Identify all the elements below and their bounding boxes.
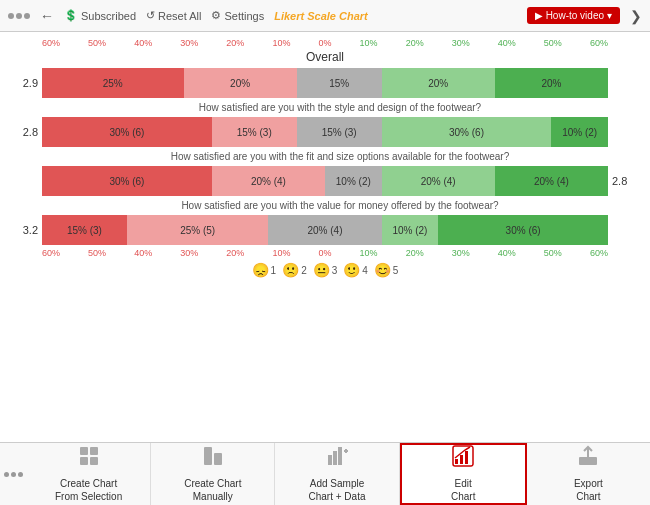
reset-item[interactable]: ↺ Reset All [146,9,201,22]
axis-top: 60% 50% 40% 30% 20% 10% 0% 10% 20% 30% 4… [12,38,638,48]
dot2 [16,13,22,19]
svg-rect-15 [579,457,597,465]
svg-rect-8 [338,447,342,465]
chart-overall-title: Overall [12,50,638,64]
legend-3-label: 3 [332,265,338,276]
svg-rect-12 [455,459,458,464]
footer-dot1 [4,472,9,477]
expand-button[interactable]: ❯ [630,8,642,24]
settings-item[interactable]: ⚙ Settings [211,9,264,22]
bar-r3-3: 10% (2) [325,166,382,196]
axis-10-right: 10% [360,38,378,48]
svg-rect-5 [214,453,222,465]
row3-bars: 30% (6) 20% (4) 10% (2) 20% (4) 20% (4) [42,166,608,196]
chart-area: 60% 50% 40% 30% 20% 10% 0% 10% 20% 30% 4… [0,32,650,442]
axis-bot-50-right: 50% [544,248,562,258]
bar-r2-1: 30% (6) [42,117,212,147]
axis-bot-30-right: 30% [452,248,470,258]
row3-label-right: 2.8 [608,175,638,187]
svg-rect-6 [328,455,332,465]
bar-r4-5: 30% (6) [438,215,608,245]
chart-title-header: Likert Scale Chart [274,10,368,22]
create-chart-from-selection-label: Create ChartFrom Selection [55,477,122,503]
axis-bot-0: 0% [318,248,331,258]
svg-rect-2 [80,457,88,465]
settings-label: Settings [224,10,264,22]
question-3: How satisfied are you with the fit and s… [42,150,638,163]
axis-30-left: 30% [180,38,198,48]
smiley-3-icon: 😐 [313,262,330,278]
bar-r4-1: 15% (3) [42,215,127,245]
legend-4: 🙂 4 [343,262,368,278]
create-chart-manually-button[interactable]: Create ChartManually [151,443,275,505]
bar-r3-1: 30% (6) [42,166,212,196]
axis-bot-30-left: 30% [180,248,198,258]
row4-bars: 15% (3) 25% (5) 20% (4) 10% (2) 30% (6) [42,215,608,245]
export-chart-button[interactable]: ExportChart [527,443,650,505]
axis-bot-20-left: 20% [226,248,244,258]
axis-bot-40-right: 40% [498,248,516,258]
legend-2-label: 2 [301,265,307,276]
chart-title-text: Likert Scale Chart [274,10,368,22]
chart-row-4: 3.2 15% (3) 25% (5) 20% (4) 10% (2) 30% … [12,215,638,245]
play-icon: ▶ [535,10,543,21]
how-to-label: How-to video [546,10,604,21]
row2-label-left: 2.8 [12,126,42,138]
subscribed-label: Subscribed [81,10,136,22]
svg-rect-1 [90,447,98,455]
axis-bot-10-left: 10% [272,248,290,258]
svg-rect-4 [204,447,212,465]
svg-rect-3 [90,457,98,465]
question-4: How satisfied are you with the value for… [42,199,638,212]
axis-bot-60-right: 60% [590,248,608,258]
svg-rect-0 [80,447,88,455]
create-chart-manually-label: Create ChartManually [184,477,241,503]
edit-chart-icon [452,445,474,473]
axis-60-right: 60% [590,38,608,48]
legend: 😞 1 🙁 2 😐 3 🙂 4 😊 5 [12,262,638,278]
bar-r1-3: 15% [297,68,382,98]
bar-r4-3: 20% (4) [268,215,381,245]
axis-bottom: 60% 50% 40% 30% 20% 10% 0% 10% 20% 30% 4… [12,248,638,258]
footer-dot2 [11,472,16,477]
reset-label: Reset All [158,10,201,22]
add-sample-chart-button[interactable]: Add SampleChart + Data [275,443,399,505]
bar-r4-2: 25% (5) [127,215,269,245]
back-button[interactable]: ← [40,8,54,24]
subscribed-item[interactable]: 💲 Subscribed [64,9,136,22]
axis-40-left: 40% [134,38,152,48]
axis-0: 0% [318,38,331,48]
bar-r2-4: 30% (6) [382,117,552,147]
how-to-button[interactable]: ▶ How-to video ▾ [527,7,620,24]
add-sample-chart-icon [326,445,348,473]
axis-30-right: 30% [452,38,470,48]
bar-r3-5: 20% (4) [495,166,608,196]
row1-bars: 25% 20% 15% 20% 20% [42,68,608,98]
row4-label-left: 3.2 [12,224,42,236]
edit-chart-button[interactable]: EditChart [400,443,527,505]
create-chart-from-selection-button[interactable]: Create ChartFrom Selection [27,443,151,505]
header: ← 💲 Subscribed ↺ Reset All ⚙ Settings Li… [0,0,650,32]
axis-bot-50-left: 50% [88,248,106,258]
dot3 [24,13,30,19]
create-chart-manually-icon [202,445,224,473]
header-dots [8,13,30,19]
axis-60-left: 60% [42,38,60,48]
axis-50-right: 50% [544,38,562,48]
axis-20-left: 20% [226,38,244,48]
chart-row-2: 2.8 30% (6) 15% (3) 15% (3) 30% (6) 10% … [12,117,638,147]
export-chart-label: ExportChart [574,477,603,503]
svg-rect-14 [465,451,468,464]
axis-40-right: 40% [498,38,516,48]
chart-row-1: 2.9 25% 20% 15% 20% 20% [12,68,638,98]
axis-bot-60-left: 60% [42,248,60,258]
svg-rect-7 [333,451,337,465]
edit-chart-label: EditChart [451,477,475,503]
axis-bot-40-left: 40% [134,248,152,258]
reset-icon: ↺ [146,9,155,22]
chevron-icon: ▾ [607,10,612,21]
legend-1: 😞 1 [252,262,277,278]
axis-bot-10-right: 10% [360,248,378,258]
legend-5: 😊 5 [374,262,399,278]
axis-10-left: 10% [272,38,290,48]
